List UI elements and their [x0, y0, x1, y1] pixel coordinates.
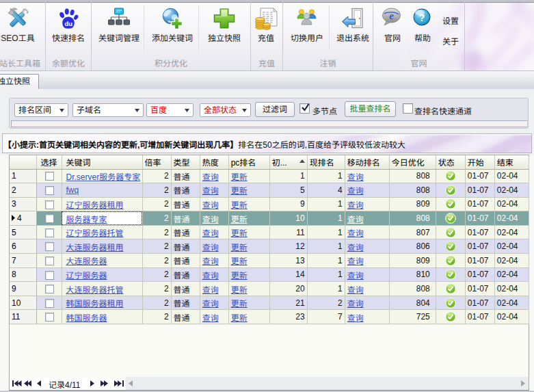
svg-text:du: du [64, 20, 72, 27]
svg-text:?: ? [419, 12, 425, 23]
svg-text:e: e [389, 10, 394, 21]
